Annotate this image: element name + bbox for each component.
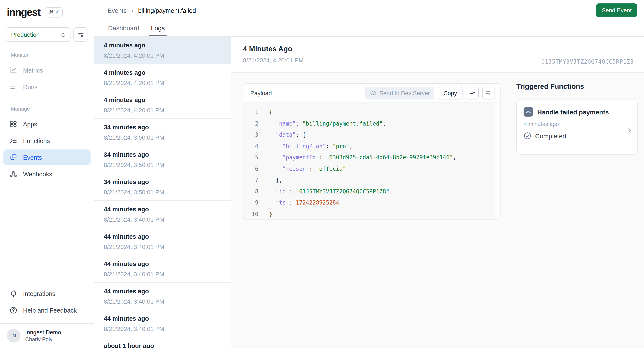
- code-line: 2 "name": "billing/payment.failed",: [244, 118, 500, 130]
- webhooks-nodes-icon: [10, 170, 18, 178]
- sidebar-item-label: Integrations: [23, 290, 56, 297]
- event-list-item[interactable]: 34 minutes ago8/21/2024, 3:50:01 PM: [94, 173, 230, 201]
- sidebar-item-functions[interactable]: Functions: [4, 133, 90, 148]
- event-timestamp: 8/21/2024, 3:40:01 PM: [104, 244, 221, 250]
- sidebar-item-webhooks[interactable]: Webhooks: [4, 166, 90, 182]
- event-list-item[interactable]: 44 minutes ago8/21/2024, 3:40:01 PM: [94, 310, 230, 337]
- event-relative-time: 34 minutes ago: [104, 151, 221, 158]
- event-list-item[interactable]: 4 minutes ago8/21/2024, 4:20:01 PM: [94, 92, 230, 119]
- event-list-item[interactable]: 44 minutes ago8/21/2024, 3:40:01 PM: [94, 201, 230, 228]
- triggered-functions-panel: Triggered Functions <> Handle failed pay…: [516, 82, 638, 154]
- environment-selector-value: Production: [11, 31, 40, 38]
- plug-icon: [10, 290, 18, 298]
- sidebar-item-metrics[interactable]: Metrics: [4, 62, 90, 78]
- line-number: 4: [244, 141, 262, 152]
- line-number: 10: [244, 208, 262, 220]
- line-number: 3: [244, 130, 262, 141]
- event-detail-header: 4 Minutes Ago 8/21/2024, 4:20:01 PM 01J5…: [231, 37, 644, 72]
- app-window: inngest ⌘ K Production Monitor: [0, 0, 644, 348]
- code-line: 4 "billingPlan": "pro",: [244, 141, 500, 152]
- scroll-to-bottom-button[interactable]: [482, 87, 495, 100]
- sidebar: inngest ⌘ K Production Monitor: [0, 0, 94, 348]
- event-relative-time: 4 minutes ago: [104, 69, 221, 76]
- send-to-dev-server-button[interactable]: Send to Dev Server: [365, 87, 434, 100]
- payload-card-header: Payload Send to Dev Server Copy: [244, 84, 500, 103]
- event-list: 4 minutes ago8/21/2024, 4:20:01 PM4 minu…: [94, 37, 231, 348]
- breadcrumb-events-link[interactable]: Events: [108, 7, 126, 14]
- apps-grid-icon: [10, 120, 18, 128]
- help-circle-icon: [10, 306, 18, 314]
- event-timestamp: 8/21/2024, 3:40:01 PM: [104, 271, 221, 278]
- environment-filter-button[interactable]: [74, 27, 88, 42]
- sidebar-item-label: Runs: [23, 84, 38, 90]
- tab-logs[interactable]: Logs: [150, 24, 165, 36]
- runs-list-icon: [10, 83, 18, 91]
- environment-selector[interactable]: Production: [6, 27, 70, 42]
- code-line: 1{: [244, 107, 500, 118]
- sliders-icon: [77, 31, 84, 38]
- function-code-icon: <>: [524, 107, 533, 116]
- scroll-to-bottom-icon: [485, 90, 492, 96]
- send-event-button[interactable]: Send Event: [596, 4, 637, 17]
- event-timestamp: 8/21/2024, 3:50:01 PM: [104, 189, 221, 196]
- sidebar-item-help[interactable]: Help and Feedback: [4, 302, 90, 318]
- line-number: 8: [244, 186, 262, 197]
- wrap-lines-icon: [469, 90, 476, 96]
- user-name: Charly Poly: [25, 336, 61, 342]
- tab-bar: Dashboard Logs: [108, 24, 165, 36]
- event-relative-time: 44 minutes ago: [104, 260, 221, 267]
- sidebar-item-apps[interactable]: Apps: [4, 116, 90, 132]
- event-detail-title: 4 Minutes Ago: [243, 45, 634, 53]
- payload-title: Payload: [250, 90, 272, 96]
- sidebar-item-label: Functions: [23, 137, 50, 144]
- function-run-time: 4 minutes ago: [524, 121, 630, 127]
- user-menu[interactable]: IN Inngest Demo Charly Poly: [4, 324, 90, 348]
- event-relative-time: 4 minutes ago: [104, 96, 221, 103]
- code-line: 9 "ts": 1724228925284: [244, 197, 500, 208]
- org-name: Inngest Demo: [25, 329, 61, 336]
- event-list-item[interactable]: 44 minutes ago8/21/2024, 3:40:01 PM: [94, 283, 230, 310]
- event-list-item[interactable]: 4 minutes ago8/21/2024, 4:20:01 PM: [94, 64, 230, 92]
- code-scrollbar-track[interactable]: [495, 103, 500, 219]
- nav-section-monitor: Monitor: [4, 52, 90, 62]
- code-line: 5 "paymentId": "6303d925-cda5-4d64-8b2e-…: [244, 152, 500, 163]
- sidebar-item-label: Apps: [23, 121, 37, 128]
- code-line: 6 "reason": "officia": [244, 163, 500, 175]
- event-detail: 4 Minutes Ago 8/21/2024, 4:20:01 PM 01J5…: [231, 37, 644, 348]
- inngest-logo: inngest: [7, 6, 40, 18]
- event-relative-time: about 1 hour ago: [104, 342, 221, 348]
- code-line: 3 "data": {: [244, 130, 500, 141]
- event-relative-time: 44 minutes ago: [104, 288, 221, 295]
- wrap-lines-button[interactable]: [466, 87, 479, 100]
- triggered-functions-heading: Triggered Functions: [516, 82, 638, 90]
- event-timestamp: 8/21/2024, 4:20:01 PM: [104, 52, 221, 59]
- line-number: 2: [244, 118, 262, 130]
- sidebar-item-label: Help and Feedback: [23, 307, 77, 314]
- event-timestamp: 8/21/2024, 3:40:01 PM: [104, 325, 221, 332]
- sidebar-item-events[interactable]: Events: [4, 150, 90, 165]
- event-id: 01J5TMY3VJTZ2QG74QCC5RP1Z8: [541, 58, 634, 65]
- nav-section-manage: Manage: [4, 96, 90, 115]
- event-list-item[interactable]: 34 minutes ago8/21/2024, 3:50:01 PM: [94, 146, 230, 173]
- event-list-item[interactable]: 34 minutes ago8/21/2024, 3:50:01 PM: [94, 119, 230, 146]
- triggered-function-card[interactable]: <> Handle failed payments 4 minutes ago …: [516, 99, 638, 154]
- line-number: 9: [244, 197, 262, 208]
- event-list-item[interactable]: 4 minutes ago8/21/2024, 4:20:01 PM: [94, 37, 230, 64]
- sidebar-item-runs[interactable]: Runs: [4, 79, 90, 95]
- chevron-right-icon: ›: [628, 125, 631, 134]
- event-list-item[interactable]: 44 minutes ago8/21/2024, 3:40:01 PM: [94, 255, 230, 283]
- sidebar-nav: Monitor Metrics Runs Manage Apps: [0, 42, 94, 183]
- copy-button[interactable]: Copy: [438, 87, 462, 100]
- tab-dashboard[interactable]: Dashboard: [108, 24, 140, 36]
- event-timestamp: 8/21/2024, 3:40:01 PM: [104, 216, 221, 223]
- event-list-item[interactable]: about 1 hour ago: [94, 337, 230, 348]
- event-detail-body: Payload Send to Dev Server Copy: [231, 72, 644, 348]
- sidebar-item-label: Events: [23, 154, 42, 161]
- command-palette-shortcut[interactable]: ⌘ K: [45, 7, 63, 18]
- breadcrumb: Events › billing/payment.failed: [108, 7, 196, 14]
- sidebar-item-integrations[interactable]: Integrations: [4, 286, 90, 302]
- topbar: Events › billing/payment.failed Dashboar…: [94, 0, 644, 37]
- line-number: 1: [244, 107, 262, 118]
- event-list-item[interactable]: 44 minutes ago8/21/2024, 3:40:01 PM: [94, 228, 230, 255]
- chevron-right-icon: ›: [131, 7, 134, 14]
